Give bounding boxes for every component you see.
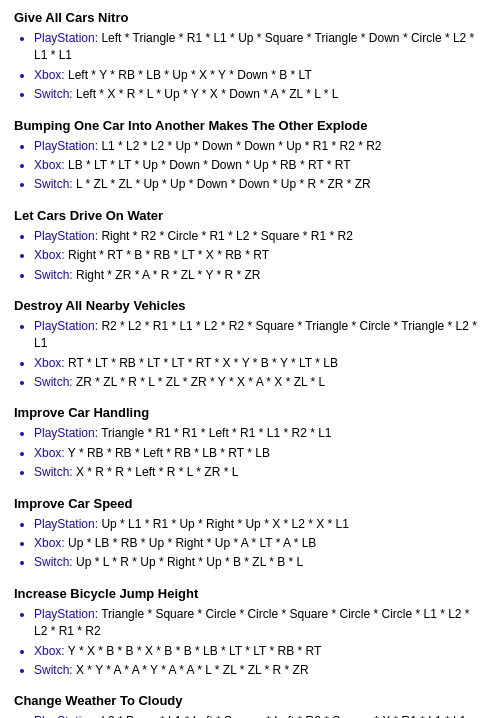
platform-label: PlayStation: bbox=[34, 517, 98, 531]
platform-label: PlayStation: bbox=[34, 229, 98, 243]
platform-label: Switch: bbox=[34, 663, 73, 677]
list-item: PlayStation: L2 * Down * L1 * Left * Squ… bbox=[34, 713, 486, 718]
platform-label: Switch: bbox=[34, 555, 73, 569]
section-title: Improve Car Handling bbox=[14, 405, 486, 420]
list-item: Switch: Right * ZR * A * R * ZL * Y * R … bbox=[34, 267, 486, 284]
app-container: Give All Cars NitroPlayStation: Left * T… bbox=[14, 10, 486, 718]
section-title: Give All Cars Nitro bbox=[14, 10, 486, 25]
section-improve-car-handling: Improve Car HandlingPlayStation: Triangl… bbox=[14, 405, 486, 481]
cheat-code: X * Y * A * A * Y * A * A * L * ZL * ZL … bbox=[73, 663, 309, 677]
cheat-code: Up * LB * RB * Up * Right * Up * A * LT … bbox=[65, 536, 317, 550]
cheat-code: Up * L * R * Up * Right * Up * B * ZL * … bbox=[73, 555, 304, 569]
list-item: PlayStation: Triangle * Square * Circle … bbox=[34, 606, 486, 641]
list-item: Xbox: LB * LT * LT * Up * Down * Down * … bbox=[34, 157, 486, 174]
section-title: Destroy All Nearby Vehicles bbox=[14, 298, 486, 313]
list-item: Xbox: RT * LT * RB * LT * LT * RT * X * … bbox=[34, 355, 486, 372]
section-give-all-cars-nitro: Give All Cars NitroPlayStation: Left * T… bbox=[14, 10, 486, 104]
platform-label: Xbox: bbox=[34, 248, 65, 262]
cheat-code: L2 * Down * L1 * Left * Square * Left * … bbox=[98, 714, 466, 718]
list-item: PlayStation: L1 * L2 * L2 * Up * Down * … bbox=[34, 138, 486, 155]
list-item: Switch: L * ZL * ZL * Up * Up * Down * D… bbox=[34, 176, 486, 193]
list-item: Switch: X * Y * A * A * Y * A * A * L * … bbox=[34, 662, 486, 679]
platform-label: PlayStation: bbox=[34, 319, 98, 333]
list-item: PlayStation: Triangle * R1 * R1 * Left *… bbox=[34, 425, 486, 442]
section-title: Let Cars Drive On Water bbox=[14, 208, 486, 223]
cheat-code: X * R * R * Left * R * L * ZR * L bbox=[73, 465, 239, 479]
cheat-list: PlayStation: Right * R2 * Circle * R1 * … bbox=[14, 228, 486, 284]
cheat-code: LB * LT * LT * Up * Down * Down * Up * R… bbox=[65, 158, 351, 172]
platform-label: Switch: bbox=[34, 87, 73, 101]
cheat-code: Right * RT * B * RB * LT * X * RB * RT bbox=[65, 248, 269, 262]
cheat-list: PlayStation: R2 * L2 * R1 * L1 * L2 * R2… bbox=[14, 318, 486, 392]
platform-label: PlayStation: bbox=[34, 426, 98, 440]
list-item: Xbox: Right * RT * B * RB * LT * X * RB … bbox=[34, 247, 486, 264]
list-item: PlayStation: Left * Triangle * R1 * L1 *… bbox=[34, 30, 486, 65]
platform-label: Xbox: bbox=[34, 68, 65, 82]
platform-label: Xbox: bbox=[34, 644, 65, 658]
platform-label: PlayStation: bbox=[34, 139, 98, 153]
section-title: Change Weather To Cloudy bbox=[14, 693, 486, 708]
cheat-list: PlayStation: Triangle * R1 * R1 * Left *… bbox=[14, 425, 486, 481]
platform-label: Xbox: bbox=[34, 158, 65, 172]
cheat-code: L * ZL * ZL * Up * Up * Down * Down * Up… bbox=[73, 177, 371, 191]
cheat-code: ZR * ZL * R * L * ZL * ZR * Y * X * A * … bbox=[73, 375, 326, 389]
cheat-code: R2 * L2 * R1 * L1 * L2 * R2 * Square * T… bbox=[34, 319, 477, 350]
cheat-list: PlayStation: L1 * L2 * L2 * Up * Down * … bbox=[14, 138, 486, 194]
cheat-code: Y * X * B * B * X * B * B * LB * LT * LT… bbox=[65, 644, 322, 658]
section-bumping-one-car: Bumping One Car Into Another Makes The O… bbox=[14, 118, 486, 194]
cheat-code: Right * ZR * A * R * ZL * Y * R * ZR bbox=[73, 268, 261, 282]
platform-label: Switch: bbox=[34, 465, 73, 479]
platform-label: Xbox: bbox=[34, 536, 65, 550]
list-item: Xbox: Y * X * B * B * X * B * B * LB * L… bbox=[34, 643, 486, 660]
platform-label: Switch: bbox=[34, 375, 73, 389]
platform-label: PlayStation: bbox=[34, 714, 98, 718]
cheat-code: L1 * L2 * L2 * Up * Down * Down * Up * R… bbox=[98, 139, 381, 153]
section-title: Increase Bicycle Jump Height bbox=[14, 586, 486, 601]
platform-label: Xbox: bbox=[34, 356, 65, 370]
list-item: PlayStation: Up * L1 * R1 * Up * Right *… bbox=[34, 516, 486, 533]
cheat-list: PlayStation: L2 * Down * L1 * Left * Squ… bbox=[14, 713, 486, 718]
cheat-code: Triangle * R1 * R1 * Left * R1 * L1 * R2… bbox=[98, 426, 331, 440]
list-item: Switch: ZR * ZL * R * L * ZL * ZR * Y * … bbox=[34, 374, 486, 391]
cheat-code: Left * X * R * L * Up * Y * X * Down * A… bbox=[73, 87, 339, 101]
section-improve-car-speed: Improve Car SpeedPlayStation: Up * L1 * … bbox=[14, 496, 486, 572]
cheat-code: RT * LT * RB * LT * LT * RT * X * Y * B … bbox=[65, 356, 338, 370]
cheat-code: Up * L1 * R1 * Up * Right * Up * X * L2 … bbox=[98, 517, 349, 531]
list-item: Xbox: Up * LB * RB * Up * Right * Up * A… bbox=[34, 535, 486, 552]
cheat-code: Left * Y * RB * LB * Up * X * Y * Down *… bbox=[65, 68, 312, 82]
cheat-code: Left * Triangle * R1 * L1 * Up * Square … bbox=[34, 31, 474, 62]
list-item: PlayStation: R2 * L2 * R1 * L1 * L2 * R2… bbox=[34, 318, 486, 353]
section-increase-bicycle-jump-height: Increase Bicycle Jump HeightPlayStation:… bbox=[14, 586, 486, 680]
section-destroy-all-nearby-vehicles: Destroy All Nearby VehiclesPlayStation: … bbox=[14, 298, 486, 392]
section-title: Bumping One Car Into Another Makes The O… bbox=[14, 118, 486, 133]
platform-label: Switch: bbox=[34, 177, 73, 191]
cheat-list: PlayStation: Left * Triangle * R1 * L1 *… bbox=[14, 30, 486, 104]
section-let-cars-drive-on-water: Let Cars Drive On WaterPlayStation: Righ… bbox=[14, 208, 486, 284]
cheat-code: Right * R2 * Circle * R1 * L2 * Square *… bbox=[98, 229, 353, 243]
section-change-weather-to-cloudy: Change Weather To CloudyPlayStation: L2 … bbox=[14, 693, 486, 718]
platform-label: Xbox: bbox=[34, 446, 65, 460]
list-item: PlayStation: Right * R2 * Circle * R1 * … bbox=[34, 228, 486, 245]
list-item: Switch: Up * L * R * Up * Right * Up * B… bbox=[34, 554, 486, 571]
cheat-code: Y * RB * RB * Left * RB * LB * RT * LB bbox=[65, 446, 270, 460]
list-item: Xbox: Left * Y * RB * LB * Up * X * Y * … bbox=[34, 67, 486, 84]
list-item: Switch: Left * X * R * L * Up * Y * X * … bbox=[34, 86, 486, 103]
section-title: Improve Car Speed bbox=[14, 496, 486, 511]
cheat-code: Triangle * Square * Circle * Circle * Sq… bbox=[34, 607, 470, 638]
platform-label: PlayStation: bbox=[34, 607, 98, 621]
list-item: Xbox: Y * RB * RB * Left * RB * LB * RT … bbox=[34, 445, 486, 462]
cheat-list: PlayStation: Up * L1 * R1 * Up * Right *… bbox=[14, 516, 486, 572]
platform-label: Switch: bbox=[34, 268, 73, 282]
cheat-list: PlayStation: Triangle * Square * Circle … bbox=[14, 606, 486, 680]
list-item: Switch: X * R * R * Left * R * L * ZR * … bbox=[34, 464, 486, 481]
platform-label: PlayStation: bbox=[34, 31, 98, 45]
